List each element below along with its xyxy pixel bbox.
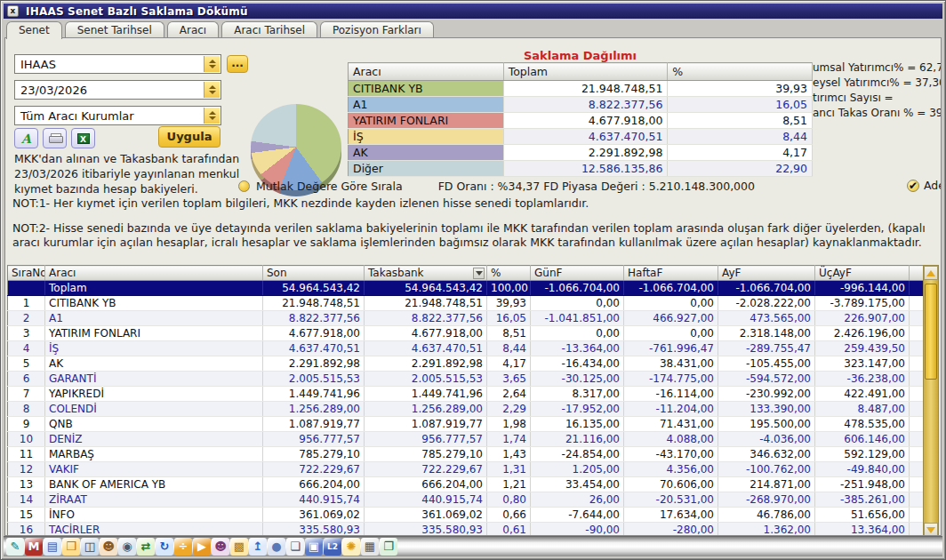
play-icon[interactable]: ▶ <box>193 538 211 556</box>
column-header-üçayf[interactable]: ÜçAyF <box>815 266 910 281</box>
report-icon[interactable]: ▤ <box>44 538 61 556</box>
table-row[interactable]: 5AK2.291.892,982.291.892,984,17-16.434,0… <box>8 356 924 372</box>
date-combobox[interactable]: 23/03/2026 <box>14 80 221 100</box>
search-icon[interactable]: ◉ <box>118 538 136 556</box>
table-row[interactable]: 16TACİRLER335.580,93335.580,930,61-90,00… <box>8 523 924 537</box>
table-row[interactable]: 12VAKIF722.229,67722.229,671,311.205,004… <box>8 462 924 477</box>
cell-haftaf: -1.066.704,00 <box>624 281 718 296</box>
cell-araci: GARANTİ <box>45 372 263 387</box>
cell-pct: 39,93 <box>487 296 531 311</box>
table-row[interactable]: 11MARBAŞ785.279,10785.279,101,43-24.854,… <box>8 447 924 462</box>
image-icon[interactable]: ❐ <box>380 538 397 556</box>
apply-button[interactable]: Uygula <box>158 126 220 148</box>
spinner-icon[interactable] <box>204 56 220 72</box>
print-button[interactable] <box>43 128 67 148</box>
column-header-haftaf[interactable]: HaftaF <box>624 266 718 281</box>
cell-araci: ZİRAAT <box>45 492 263 508</box>
cell-ucayf: 2.426.196,00 <box>815 326 910 341</box>
cell-son: 8.822.377,56 <box>263 311 365 326</box>
table-row[interactable]: 9QNB1.087.919,771.087.919,771,9816.135,0… <box>8 417 924 432</box>
column-header-takasbank[interactable]: Takasbank <box>365 266 487 281</box>
title-bar: x IHAAS Senet Bazlı Saklama Dökümü <box>4 4 942 19</box>
table-row[interactable]: 6GARANTİ2.005.515,532.005.515,533,65-30.… <box>8 372 924 387</box>
l2-icon[interactable]: L2 <box>324 538 341 556</box>
close-button[interactable]: x <box>7 5 19 17</box>
security-combobox[interactable]: IHAAS <box>14 54 221 74</box>
column-header-%[interactable]: % <box>487 266 531 281</box>
cell-son: 4.677.918,00 <box>263 326 365 341</box>
sparkle-icon[interactable]: ✺ <box>342 538 360 556</box>
column-header-günf[interactable]: GünF <box>531 266 624 281</box>
column-header-filler <box>910 266 924 281</box>
cell-pct: 1,21 <box>487 477 531 492</box>
tab-senet-tarihsel[interactable]: Senet Tarihsel <box>65 21 164 38</box>
analyst-icon[interactable]: ☻ <box>212 538 229 556</box>
table-row[interactable]: 10DENİZ956.777,57956.777,571,7421.116,00… <box>8 432 924 447</box>
cell-takasbank: 4.677.918,00 <box>365 326 487 341</box>
excel-export-button[interactable]: X <box>71 128 95 148</box>
cell-haftaf: -43.170,00 <box>624 447 718 462</box>
cell-ucayf: -49.840,00 <box>815 462 910 477</box>
scroll-down-icon[interactable] <box>924 523 938 536</box>
dist-col-araci: Aracı <box>349 63 504 81</box>
metastock-icon[interactable]: M <box>25 538 43 556</box>
cell-takasbank: 2.291.892,98 <box>365 356 487 372</box>
trash-icon[interactable]: ▦ <box>361 538 379 556</box>
spinner-icon[interactable] <box>204 82 220 98</box>
doc-search-icon[interactable]: ❏ <box>286 538 304 556</box>
refresh-icon[interactable]: ↻ <box>156 538 173 556</box>
security-value: IHAAS <box>15 55 220 71</box>
table-row[interactable]: 2A18.822.377,568.822.377,5616,05-1.041.8… <box>8 311 924 326</box>
table-row[interactable]: 14ZİRAAT440.915,74440.915,740,8026,00-20… <box>8 492 924 508</box>
sort-radio-icon[interactable] <box>238 180 250 192</box>
layers-icon[interactable]: ▩ <box>230 538 248 556</box>
table-row[interactable]: 1CITIBANK YB21.948.748,5121.948.748,5139… <box>8 296 924 311</box>
cell-ucayf: 13.364,00 <box>815 523 910 537</box>
spinner-icon[interactable] <box>204 108 220 124</box>
cell-sira: 11 <box>8 447 45 462</box>
cell-ayf: -100.762,00 <box>718 462 815 477</box>
board-icon[interactable]: ◫ <box>81 538 99 556</box>
cell-filler <box>910 417 924 432</box>
column-header-aracı[interactable]: Aracı <box>45 266 263 281</box>
database-icon[interactable]: ▣ <box>305 538 323 556</box>
table-row[interactable]: 4İŞ4.637.470,514.637.470,518,44-13.364,0… <box>8 341 924 356</box>
cell-son: 2.005.515,53 <box>263 372 365 387</box>
stat-line: umsal Yatırımcı% = 62,70 <box>813 60 942 76</box>
upload-icon[interactable]: ↥ <box>249 538 267 556</box>
sphere-icon[interactable]: ● <box>268 538 285 556</box>
scroll-up-icon[interactable] <box>924 266 938 280</box>
cell-pct: 16,05 <box>487 311 531 326</box>
table-row[interactable]: 8COLENDİ1.256.289,001.256.289,002,29-17.… <box>8 402 924 417</box>
chart-edit-icon[interactable]: ✎ <box>6 538 24 556</box>
cell-gunf: 8.317,00 <box>531 387 624 402</box>
scrollbar-thumb[interactable] <box>925 284 937 380</box>
cell-son: 54.964.543,42 <box>263 281 365 296</box>
cell-gunf: -7.644,00 <box>531 508 624 523</box>
adet-checkbox[interactable]: ✔ Adet <box>907 179 942 192</box>
sort-indicator-icon[interactable] <box>473 268 485 279</box>
tab-senet[interactable]: Senet <box>6 21 62 39</box>
tab-aracı[interactable]: Aracı <box>167 21 219 38</box>
browse-button[interactable]: ... <box>227 55 248 73</box>
cell-gunf: -30.125,00 <box>531 372 624 387</box>
broker-filter-combobox[interactable]: Tüm Aracı Kurumlar <box>14 106 221 125</box>
cell-haftaf: 71.431,00 <box>624 417 718 432</box>
font-button[interactable]: A <box>14 128 38 148</box>
total-row[interactable]: Toplam54.964.543,4254.964.543,42100,00-1… <box>8 281 924 296</box>
table-row[interactable]: 7YAPIKREDİ1.449.741,961.449.741,962,648.… <box>8 387 924 402</box>
transfer-icon[interactable]: ⇄ <box>137 538 155 556</box>
table-row[interactable]: 3YATIRIM FONLARI4.677.918,004.677.918,00… <box>8 326 924 341</box>
table-row[interactable]: 15İNFO361.069,02361.069,020,66-7.644,001… <box>8 508 924 523</box>
vertical-scrollbar[interactable] <box>923 265 939 536</box>
cell-gunf: -24.854,00 <box>531 447 624 462</box>
column-header-ayf[interactable]: AyF <box>718 266 815 281</box>
divide-icon[interactable]: ÷ <box>174 538 192 556</box>
tab-aracı-tarihsel[interactable]: Aracı Tarihsel <box>221 21 317 38</box>
column-header-son[interactable]: Son <box>263 266 365 281</box>
tab-pozisyon-farkları[interactable]: Pozisyon Farkları <box>320 21 434 38</box>
table-row[interactable]: 13BANK OF AMERICA YB666.204,00666.204,00… <box>8 477 924 492</box>
folder-icon[interactable]: ❒ <box>62 538 80 556</box>
users-icon[interactable]: ☻ <box>100 538 117 556</box>
column-header-sırano[interactable]: SıraNo <box>8 266 45 281</box>
